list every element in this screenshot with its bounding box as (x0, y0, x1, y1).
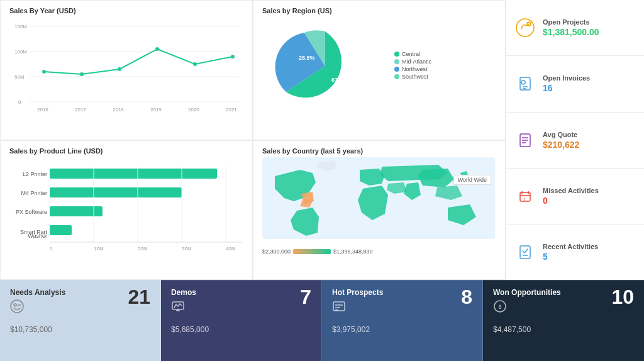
svg-point-8 (42, 70, 46, 74)
hot-prospects-title: Hot Prospects (332, 288, 383, 297)
won-opportunities-title: Won Opportunities (493, 288, 561, 297)
sales-by-region-title: Sales by Region (US) (262, 7, 496, 14)
svg-text:!: ! (524, 197, 525, 201)
svg-text:$: $ (498, 304, 501, 310)
bottom-bar: Needs Analysis $10,735,000 21 (0, 280, 644, 361)
svg-point-22 (516, 19, 534, 36)
open-projects-label: Open Projects (543, 18, 590, 26)
open-invoices-value: 16 (543, 83, 553, 93)
needs-analysis-icon (10, 299, 65, 315)
recent-activities-value: 5 (543, 252, 548, 262)
recent-activities-icon (514, 241, 536, 264)
svg-text:2017: 2017 (75, 107, 86, 113)
sales-by-region-pie: 67.4% 28.8% (262, 19, 388, 113)
svg-point-12 (193, 62, 197, 66)
svg-text:0: 0 (18, 99, 21, 105)
svg-rect-47 (50, 225, 72, 235)
svg-text:2018: 2018 (113, 107, 124, 113)
demos-card[interactable]: Demos $5,685,000 7 (161, 280, 322, 361)
svg-point-9 (80, 72, 84, 76)
svg-text:Washer: Washer (28, 233, 47, 239)
recent-activities-label: Recent Activities (543, 243, 598, 250)
world-map-container: World Wide (262, 157, 496, 255)
demos-count: 7 (300, 286, 311, 309)
svg-point-59 (11, 300, 23, 313)
avg-quote-icon (514, 129, 536, 152)
hot-prospects-card[interactable]: Hot Prospects $3,975,002 8 (322, 280, 483, 361)
won-opportunities-amount: $4,487,500 (493, 325, 561, 334)
recent-activities-kpi[interactable]: Recent Activities 5 (506, 225, 644, 280)
world-badge: World Wide (453, 175, 491, 185)
hot-prospects-icon (332, 299, 383, 315)
svg-point-25 (521, 81, 525, 84)
sales-by-product-card: Sales by Product Line (USD) L2 Printer M… (0, 140, 253, 280)
needs-analysis-card[interactable]: Needs Analysis $10,735,000 21 (0, 280, 161, 361)
won-opportunities-count: 10 (611, 286, 634, 309)
demos-amount: $5,685,000 (171, 325, 209, 334)
avg-quote-kpi[interactable]: Avg Quote $210,622 (506, 113, 644, 169)
svg-rect-44 (50, 206, 103, 216)
avg-quote-value: $210,622 (543, 140, 579, 150)
sales-by-product-chart: L2 Printer M4 Printer PX Software Smart … (9, 157, 242, 255)
open-projects-value: $1,381,500.00 (543, 27, 599, 37)
svg-text:2016: 2016 (37, 107, 48, 113)
svg-text:M4 Printer: M4 Printer (21, 190, 47, 196)
svg-text:100M: 100M (14, 49, 27, 55)
open-projects-icon (514, 16, 536, 39)
sales-by-country-title: Sales by Country (last 5 years) (262, 147, 496, 155)
sales-by-region-card: Sales by Region (US) 67.4% 28.8% (253, 0, 506, 140)
svg-text:10M: 10M (94, 246, 104, 252)
svg-text:2019: 2019 (150, 107, 162, 113)
svg-point-60 (14, 304, 16, 306)
world-map-svg (262, 157, 495, 245)
svg-text:2020: 2020 (188, 107, 199, 113)
map-legend: $2,300,000 $1,396,348,830 (262, 248, 496, 255)
map-min-label: $2,300,000 (262, 248, 291, 255)
svg-text:30M: 30M (182, 246, 192, 252)
svg-point-10 (118, 67, 121, 71)
svg-text:2021: 2021 (226, 107, 237, 113)
open-projects-kpi[interactable]: Open Projects $1,381,500.00 (506, 0, 644, 56)
sales-by-year-card: Sales By Year (USD) 150M 100M 50M 0 2016 (0, 0, 253, 140)
sales-by-year-chart: 150M 100M 50M 0 2016 2017 2018 2019 2020 (9, 17, 242, 114)
sales-by-year-title: Sales By Year (USD) (9, 7, 243, 14)
svg-rect-42 (50, 187, 182, 197)
svg-text:150M: 150M (14, 24, 27, 30)
avg-quote-label: Avg Quote (543, 131, 577, 138)
won-opportunities-card[interactable]: Won Opportunities $ $4,487,500 10 (483, 280, 644, 361)
svg-text:PX Software: PX Software (16, 209, 47, 215)
won-opportunities-icon: $ (493, 299, 561, 315)
demos-title: Demos (171, 288, 209, 297)
missed-activities-value: 0 (543, 196, 548, 206)
map-gradient (293, 249, 331, 254)
kpi-panel: Open Projects $1,381,500.00 Open Invoice… (506, 0, 644, 280)
svg-point-13 (231, 55, 235, 58)
svg-text:50M: 50M (14, 74, 25, 80)
svg-rect-65 (333, 302, 345, 311)
svg-text:20M: 20M (138, 246, 148, 252)
missed-activities-kpi[interactable]: ! Missed Activities 0 (506, 169, 644, 225)
open-invoices-icon (514, 72, 536, 95)
sales-by-country-card: Sales by Country (last 5 years) World Wi… (253, 140, 506, 280)
missed-activities-label: Missed Activities (543, 187, 599, 194)
svg-text:L2 Printer: L2 Printer (23, 171, 47, 177)
demos-icon (171, 299, 209, 315)
svg-rect-40 (50, 169, 217, 179)
open-invoices-kpi[interactable]: Open Invoices 16 (506, 56, 644, 112)
svg-text:0: 0 (50, 246, 53, 252)
needs-analysis-amount: $10,735,000 (10, 325, 65, 334)
map-max-label: $1,396,348,830 (333, 248, 373, 255)
needs-analysis-count: 21 (128, 286, 150, 309)
region-legend: Central Mid-Atlantic Northwest Southwest (394, 51, 431, 81)
open-invoices-label: Open Invoices (543, 74, 590, 82)
svg-point-11 (155, 47, 159, 51)
missed-activities-icon: ! (514, 185, 536, 208)
needs-analysis-title: Needs Analysis (10, 288, 65, 297)
svg-text:28.8%: 28.8% (299, 55, 315, 61)
hot-prospects-count: 8 (461, 286, 472, 309)
svg-text:40M: 40M (226, 246, 236, 252)
hot-prospects-amount: $3,975,002 (332, 325, 383, 334)
svg-text:67.4%: 67.4% (331, 77, 348, 83)
sales-by-product-title: Sales by Product Line (USD) (9, 147, 243, 155)
